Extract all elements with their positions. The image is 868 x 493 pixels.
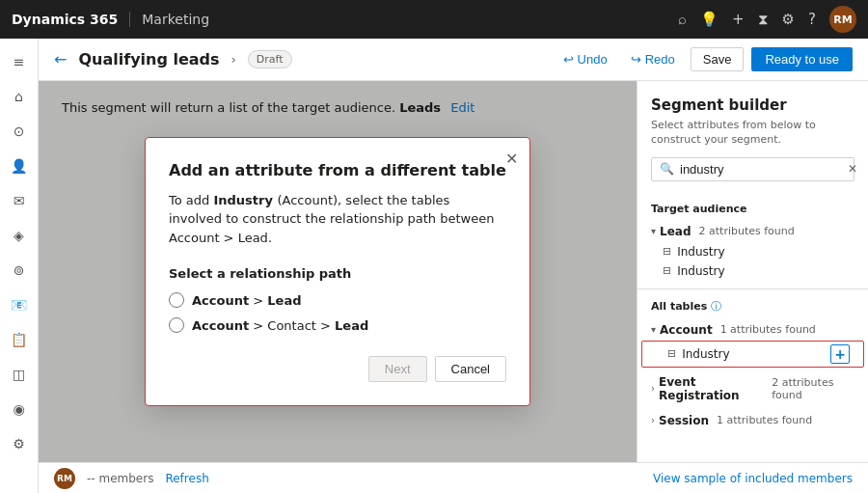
cancel-button[interactable]: Cancel — [435, 356, 506, 382]
event-registration-count: 2 attributes found — [772, 376, 854, 401]
content-area: ← Qualifying leads › Draft ↩ Undo ↪ Redo… — [39, 39, 868, 493]
sidebar-events-icon[interactable]: ◉ — [4, 394, 35, 425]
ready-to-use-button[interactable]: Ready to use — [751, 47, 853, 71]
sidebar-mail-icon[interactable]: 📧 — [4, 289, 35, 320]
session-group-header[interactable]: › Session 1 attributes found — [637, 410, 868, 431]
toolbar-actions: ↩ Undo ↪ Redo Save Ready to use — [556, 47, 853, 71]
sidebar-email-icon[interactable]: ✉ — [4, 185, 35, 216]
table-icon-2: ⊟ — [663, 264, 671, 277]
undo-button[interactable]: ↩ Undo — [556, 48, 615, 70]
page-title: Qualifying leads — [78, 50, 219, 68]
sidebar: ≡ ⌂ ⊙ 👤 ✉ ◈ ⊚ 📧 📋 ◫ ◉ ⚙ — [0, 39, 39, 493]
account-group-header[interactable]: ▾ Account 1 attributes found — [637, 319, 868, 341]
table-icon-3: ⊟ — [667, 347, 676, 360]
account-group: ▾ Account 1 attributes found ⊟ Industry … — [637, 317, 868, 370]
avatar[interactable]: RM — [829, 6, 856, 33]
account-chevron-icon: ▾ — [651, 324, 656, 335]
add-industry-button[interactable]: + — [830, 344, 850, 364]
save-button[interactable]: Save — [691, 47, 745, 71]
event-registration-header[interactable]: › Event Registration 2 attributes found — [637, 371, 868, 406]
search-input[interactable] — [680, 162, 842, 177]
help-icon[interactable]: ? — [808, 11, 816, 28]
main-layout: ≡ ⌂ ⊙ 👤 ✉ ◈ ⊚ 📧 📋 ◫ ◉ ⚙ ← Qualifying lea… — [0, 39, 868, 493]
account-group-name: Account — [660, 323, 713, 337]
radio-label-1: Account > Lead — [192, 293, 302, 308]
sidebar-contacts-icon[interactable]: 👤 — [4, 151, 35, 181]
all-tables-header: All tables ⓘ — [637, 295, 868, 317]
sidebar-reports-icon[interactable]: 📋 — [4, 324, 35, 355]
app-name: Dynamics 365 — [12, 12, 130, 27]
modal-footer: Next Cancel — [169, 356, 506, 382]
toolbar: ← Qualifying leads › Draft ↩ Undo ↪ Redo… — [39, 39, 868, 81]
event-chevron-icon: › — [651, 383, 655, 394]
radio-option-1[interactable]: Account > Lead — [169, 292, 506, 308]
account-industry-attr[interactable]: ⊟ Industry + — [642, 342, 863, 367]
modal-title: Add an attribute from a different table — [169, 161, 506, 179]
page-body: This segment will return a list of the t… — [39, 81, 868, 462]
sidebar-pages-icon[interactable]: ◫ — [4, 359, 35, 390]
divider-1 — [637, 288, 868, 289]
session-chevron-icon: › — [651, 415, 655, 425]
lead-group-header[interactable]: ▾ Lead 2 attributes found — [637, 221, 868, 242]
sidebar-leads-icon[interactable]: ◈ — [4, 220, 35, 251]
lead-group: ▾ Lead 2 attributes found ⊟ Industry ⊟ I… — [637, 219, 868, 283]
back-button[interactable]: ← — [54, 50, 67, 68]
attribute-modal: ✕ Add an attribute from a different tabl… — [145, 137, 530, 407]
filter-icon[interactable]: ⧗ — [758, 11, 769, 28]
search-icon[interactable]: ⌕ — [678, 11, 687, 28]
radio-input-1[interactable] — [169, 292, 184, 308]
members-count: -- members — [87, 472, 153, 485]
session-group-name: Session — [659, 414, 709, 427]
session-group-count: 1 attributes found — [717, 414, 812, 426]
refresh-link[interactable]: Refresh — [165, 472, 208, 485]
lead-industry-attr-1[interactable]: ⊟ Industry — [637, 242, 868, 261]
event-registration-name: Event Registration — [659, 375, 764, 402]
modal-close-button[interactable]: ✕ — [505, 150, 518, 168]
view-sample-link[interactable]: View sample of included members — [653, 472, 853, 485]
clear-search-icon[interactable]: ✕ — [848, 162, 857, 176]
sidebar-recent-icon[interactable]: ⊙ — [4, 116, 35, 147]
redo-button[interactable]: ↪ Redo — [623, 48, 683, 70]
segment-builder-body: Target audience ▾ Lead 2 attributes foun… — [637, 189, 868, 462]
new-icon[interactable]: + — [732, 11, 745, 28]
segment-builder-header: Segment builder Select attributes from b… — [637, 81, 868, 189]
top-navigation: Dynamics 365 Marketing ⌕ 💡 + ⧗ ⚙ ? RM — [0, 0, 868, 39]
account-group-count: 1 attributes found — [720, 323, 816, 336]
modal-description: To add Industry (Account), select the ta… — [169, 191, 506, 248]
target-audience-label: Target audience — [637, 197, 868, 219]
sidebar-home-icon[interactable]: ⌂ — [4, 81, 35, 112]
radio-label-2: Account > Contact > Lead — [192, 318, 368, 333]
event-registration-group: › Event Registration 2 attributes found — [637, 370, 868, 408]
radio-option-2[interactable]: Account > Contact > Lead — [169, 317, 506, 333]
search-icon: 🔍 — [660, 162, 674, 176]
relationship-path-label: Select a relationship path — [169, 266, 506, 281]
all-tables-label: All tables — [651, 300, 707, 313]
sidebar-segments-icon[interactable]: ⊚ — [4, 255, 35, 286]
attribute-search-box[interactable]: 🔍 ✕ — [651, 157, 854, 181]
segment-builder-subtitle: Select attributes from below to construc… — [651, 118, 854, 148]
session-group: › Session 1 attributes found — [637, 408, 868, 433]
lead-chevron-icon: ▾ — [651, 226, 656, 236]
lead-industry-attr-2[interactable]: ⊟ Industry — [637, 261, 868, 281]
top-nav-icons: ⌕ 💡 + ⧗ ⚙ ? RM — [678, 6, 856, 33]
radio-input-2[interactable] — [169, 317, 184, 333]
sidebar-menu-icon[interactable]: ≡ — [4, 46, 35, 77]
main-content: This segment will return a list of the t… — [39, 81, 637, 462]
segment-builder-title: Segment builder — [651, 96, 854, 114]
module-name: Marketing — [142, 12, 678, 27]
settings-icon[interactable]: ⚙ — [782, 11, 795, 28]
table-icon-1: ⊟ — [663, 245, 671, 258]
highlighted-industry-item: ⊟ Industry + — [641, 341, 864, 368]
lead-group-name: Lead — [660, 225, 691, 238]
segment-builder-panel: Segment builder Select attributes from b… — [637, 81, 868, 462]
all-tables-info-icon[interactable]: ⓘ — [711, 299, 721, 314]
lead-group-count: 2 attributes found — [699, 225, 795, 237]
modal-overlay: ✕ Add an attribute from a different tabl… — [39, 81, 637, 462]
bottom-bar: RM -- members Refresh View sample of inc… — [39, 462, 868, 493]
bottom-avatar: RM — [54, 468, 75, 489]
next-button[interactable]: Next — [368, 356, 427, 382]
lightbulb-icon[interactable]: 💡 — [700, 11, 719, 28]
status-badge: Draft — [248, 50, 292, 68]
breadcrumb-arrow: › — [231, 52, 236, 67]
sidebar-settings2-icon[interactable]: ⚙ — [4, 428, 35, 459]
